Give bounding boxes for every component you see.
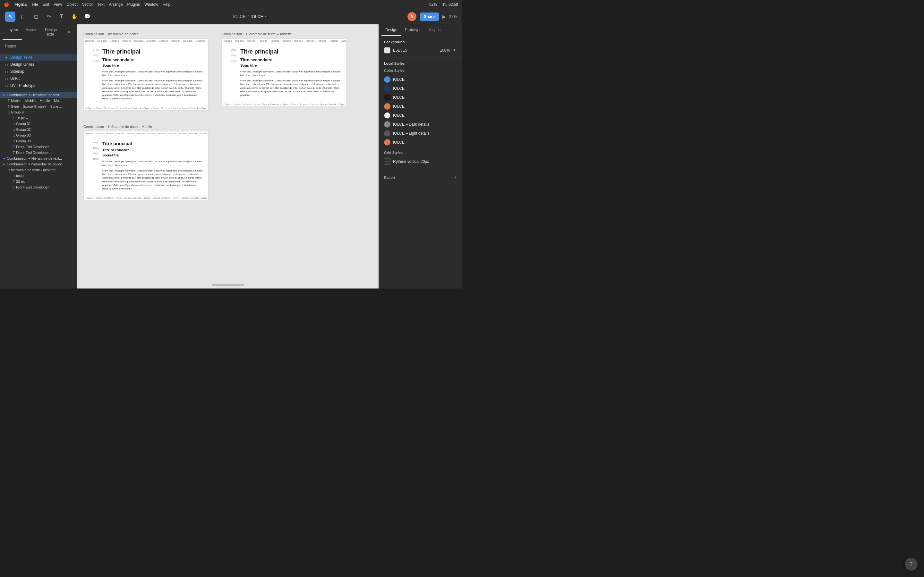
background-opacity[interactable]: 100% [440,48,450,53]
text-icon: T [13,180,15,183]
size-label: 18 pt [89,157,99,160]
color-swatch [384,103,391,110]
frame-1[interactable]: Desktop – Desktop – Desktop – Desktop – … [83,39,208,111]
tab-design[interactable]: Design [381,24,401,36]
background-hex[interactable]: E5E5E5 [393,48,437,53]
menu-window[interactable]: Window [144,2,158,7]
layer-syne-text[interactable]: T Syne – Space Grotesk – Syne ... [0,103,77,109]
layer-group32[interactable]: □ Group 32 [0,127,77,132]
visibility-toggle[interactable]: 👁 [452,48,457,53]
layer-combinaison-3[interactable]: ❖ Combinaison + hiérarchie de police [0,161,77,167]
menu-text[interactable]: Text [97,2,105,7]
hand-tool[interactable]: ✋ [69,11,79,22]
color-style-dark-details[interactable]: IOLCE – Dark details [384,120,457,129]
frame-2[interactable]: Tablette – Tablette – Tablette – Tablett… [221,39,347,107]
color-name: IOLCE [393,113,405,118]
component-icon: ❖ [3,157,5,160]
background-section: Background E5E5E5 100% 👁 [379,36,462,58]
shape-tool[interactable]: ◻ [31,11,41,22]
breadcrumb-current[interactable]: IOLCE [250,14,263,19]
menu-arrange[interactable]: Arrange [109,2,123,7]
layer-label: Combinaison + hiérarchie de police [7,162,62,166]
share-button[interactable]: Share [420,13,439,21]
export-title: Export [384,176,395,179]
page-sitemap[interactable]: ◻ Sitemap [0,68,77,75]
layer-tree[interactable]: ◈ Design Texte ◻ Design Grilles ◻ Sitema… [0,53,77,288]
frame-tool[interactable]: ⬚ [18,11,28,22]
app-name: Figma [15,2,27,7]
text-icon: T [13,116,15,120]
frame-sizes-3: 15 pt 13 pt 26 pt 18 pt [89,141,99,191]
page-ui-kit[interactable]: ◻ Ui-Kit [0,75,77,82]
play-icon[interactable]: ▶ [443,14,446,19]
menu-vector[interactable]: Vector [82,2,93,7]
layer-18px[interactable]: T 18 px – [0,115,77,121]
background-row: E5E5E5 100% 👁 [384,47,457,53]
layer-texte[interactable]: □ texte [0,173,77,179]
chevron-down-icon[interactable]: ▾ [265,15,267,18]
tab-assets[interactable]: Assets [22,24,41,40]
menu-file[interactable]: File [32,2,38,7]
frame-text-3: Titre principal Titre secondaire Sous-ti… [102,141,203,191]
color-style-blue[interactable]: IOLCE [384,75,457,84]
color-style-orange2[interactable]: IOLCE [384,138,457,147]
frame-title-2: Titre principal [240,48,341,55]
color-style-white[interactable]: IOLCE [384,111,457,120]
frame-text-2: Titre principal Titre secondaire Sous-ti… [240,48,341,97]
text-icon: T [13,185,15,189]
page-design-texte[interactable]: ◈ Design Texte [0,54,77,61]
canvas[interactable]: Combinaison + hiérarchie de police Deskt… [77,24,379,288]
frame-subheading-1: Sous-titre [102,63,203,67]
menu-help[interactable]: Help [163,2,171,7]
layer-label: Group 31 [16,122,31,126]
layer-group9[interactable]: □ Group 9 [0,109,77,115]
page-design-grilles[interactable]: ◻ Design Grilles [0,61,77,68]
menu-edit[interactable]: Edit [43,2,49,7]
layer-group31[interactable]: □ Group 31 [0,121,77,127]
grid-style-icon [384,158,391,165]
layer-group30[interactable]: □ Group 30 [0,138,77,144]
tab-prototype[interactable]: Prototype [401,24,425,36]
background-swatch[interactable] [384,47,391,53]
local-styles-section: Local Styles Color Styles IOLCE IOLCE IO… [379,58,462,170]
design-texte-close-icon[interactable]: ✕ [68,31,70,34]
pen-tool[interactable]: ✏ [44,11,54,22]
layer-frontend-1[interactable]: T Front-End Developer... [0,144,77,150]
tab-layers[interactable]: Layers [3,24,22,40]
select-tool[interactable]: ↖ [5,11,15,22]
breadcrumb-root[interactable]: IOLCE [233,14,246,19]
layer-frontend-2[interactable]: T Front-End Developer... [0,150,77,155]
layer-frontend-3[interactable]: T Front-End Developer... [0,184,77,190]
color-style-black[interactable]: IOLCE [384,93,457,102]
layer-combinaison-2[interactable]: ❖ Combinaison + Hiérarchie de text... [0,155,77,161]
color-style-orange[interactable]: IOLCE [384,102,457,111]
export-add-button[interactable]: + [453,174,457,181]
frame-subheading-2: Sous-titre [240,63,341,67]
text-tool[interactable]: T [57,11,67,22]
grid-style-rythme[interactable]: Rythme vertical 20px [384,157,457,166]
layer-group33[interactable]: □ Group 33 [0,132,77,138]
page-icon: ◻ [5,70,8,73]
layer-label: Mobile – Mobile – Mobile – Mo... [11,99,61,103]
layer-combinaison-1[interactable]: ❖ Combinaison + Hiérarchie de text... [0,92,77,98]
panel-tabs: Layers Assets Design Texte ✕ [0,24,77,40]
tab-inspect[interactable]: Inspect [425,24,446,36]
color-style-light-details[interactable]: IOLCE – Light details [384,129,457,138]
comment-tool[interactable]: 💬 [82,11,92,22]
layer-hierarchie-desktop[interactable]: □ hiérarchie de texte - desktop [0,167,77,173]
layer-label: Front-End Developer... [16,151,52,155]
clock: Thu 02:59 [441,2,458,7]
zoom-indicator[interactable]: 22% [449,15,457,19]
color-style-darkblue[interactable]: IOLCE [384,84,457,93]
layer-22px[interactable]: T 22 px – [0,179,77,184]
menu-plugins[interactable]: Plugins [128,2,140,7]
menu-object[interactable]: Object [66,2,78,7]
frame-3[interactable]: Mobile – Mobile – Mobile – Mobile – Mobi… [83,131,208,201]
add-page-button[interactable]: + [69,43,71,49]
frame-body-1b: Front-End Developer à l'origine, Charlot… [102,79,203,101]
canvas-scrollbar[interactable] [212,284,244,286]
menu-view[interactable]: View [53,2,62,7]
layer-mobile-text[interactable]: T Mobile – Mobile – Mobile – Mo... [0,98,77,103]
tab-design-texte[interactable]: Design Texte ✕ [41,24,74,40]
page-dv-prototype[interactable]: ◻ DV - Prototype [0,82,77,89]
